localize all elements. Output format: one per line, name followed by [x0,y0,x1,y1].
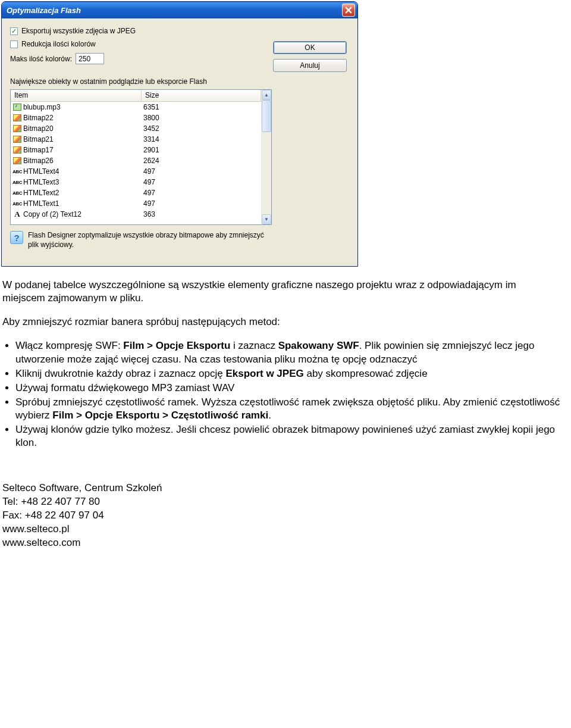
font-icon: A [14,210,20,219]
help-icon: ? [10,231,23,244]
ok-button[interactable]: OK [273,41,347,54]
item-name: Bitmap17 [23,146,142,154]
list-item[interactable]: Bitmap213314 [11,134,261,145]
export-jpeg-row: ✓ Eksportuj wszystkie zdjęcia w JPEG [10,27,350,35]
max-colors-input[interactable] [76,53,104,64]
list-item[interactable]: Bitmap203452 [11,123,261,134]
abc-icon: ABC [12,201,22,207]
objects-listbox: Item Size blubup.mp36351Bitmap223800Bitm… [10,89,272,225]
list-item[interactable]: ABCHTMLText1497 [11,198,261,209]
list-item[interactable]: blubup.mp36351 [11,102,261,113]
reduce-colors-label: Redukcja ilości kolorów [21,40,96,48]
scroll-thumb[interactable] [262,100,271,132]
dialog-buttons: OK Anuluj [273,41,347,72]
bitmap-icon [13,146,21,154]
item-size: 2624 [142,157,261,165]
bullet-2: Kliknij dwukrotnie każdy obraz i zaznacz… [15,367,561,380]
item-size: 6351 [142,103,261,111]
hint-row: ? Flash Designer zoptymalizuje wszystkie… [10,231,272,249]
bitmap-icon [13,114,21,121]
list-item[interactable]: ABCHTMLText3497 [11,177,261,188]
item-name: Bitmap21 [23,135,142,143]
abc-icon: ABC [12,169,22,174]
max-colors-label: Maks ilość kolorów: [10,55,72,63]
article-bullets: Włącz kompresję SWF: Film > Opcje Ekspor… [15,339,561,449]
item-size: 3314 [142,135,261,143]
footer-line-4: www.selteco.pl [2,523,571,536]
item-size: 497 [142,189,261,197]
item-name: Bitmap22 [23,114,142,122]
dialog-body: OK Anuluj ✓ Eksportuj wszystkie zdjęcia … [2,18,357,254]
item-size: 363 [142,210,261,218]
close-button[interactable] [342,4,355,17]
bitmap-icon [13,157,21,164]
item-name: Bitmap20 [23,124,142,133]
hint-text: Flash Designer zoptymalizuje wszystkie o… [28,231,272,249]
abc-icon: ABC [12,180,22,185]
item-name: HTMLText3 [23,178,142,186]
close-icon [345,7,352,14]
column-item[interactable]: Item [11,90,142,101]
footer: Selteco Software, Centrum Szkoleń Tel: +… [0,482,571,550]
flash-optimization-dialog: Optymalizacja Flash OK Anuluj ✓ Eksportu… [1,1,358,267]
bitmap-icon [13,136,21,143]
item-name: blubup.mp3 [23,103,142,111]
footer-line-1: Selteco Software, Centrum Szkoleń [2,482,571,495]
dialog-title: Optymalizacja Flash [7,6,342,15]
item-name: HTMLText2 [23,189,142,197]
footer-line-2: Tel: +48 22 407 77 80 [2,495,571,509]
section-label: Największe obiekty w ostatnim podglądzie… [10,77,350,86]
scroll-down-button[interactable]: ▼ [262,214,271,224]
scroll-track[interactable] [262,100,271,214]
article-p2: Aby zmniejszyć rozmiar banera spróbuj na… [2,315,561,329]
reduce-colors-checkbox[interactable] [10,40,18,48]
item-size: 497 [142,199,261,208]
list-header[interactable]: Item Size [11,90,261,102]
list-item[interactable]: Bitmap262624 [11,155,261,166]
bullet-5: Używaj klonów gdzie tylko możesz. Jeśli … [15,423,561,449]
scrollbar[interactable]: ▲ ▼ [261,90,271,224]
item-size: 3800 [142,114,261,122]
article-body: W podanej tabelce wyszczególnione są wsz… [0,279,571,482]
export-jpeg-checkbox[interactable]: ✓ [10,27,18,35]
dialog-titlebar[interactable]: Optymalizacja Flash [2,2,357,18]
scroll-up-button[interactable]: ▲ [262,90,271,100]
list-item[interactable]: ACopy of (2) Text12363 [11,209,261,220]
list-item[interactable]: ABCHTMLText4497 [11,166,261,177]
list-item[interactable]: ABCHTMLText2497 [11,188,261,198]
item-name: HTMLText4 [23,167,142,176]
column-size[interactable]: Size [142,90,261,101]
list-item[interactable]: Bitmap223800 [11,113,261,123]
cancel-button[interactable]: Anuluj [273,59,347,72]
footer-line-3: Fax: +48 22 407 97 04 [2,509,571,523]
item-name: HTMLText1 [23,199,142,208]
list-item[interactable]: Bitmap172901 [11,145,261,155]
item-name: Bitmap26 [23,157,142,165]
export-jpeg-label: Eksportuj wszystkie zdjęcia w JPEG [21,27,136,35]
bullet-4: Spróbuj zmniejszyć częstotliwość ramek. … [15,396,561,422]
item-size: 3452 [142,124,261,133]
item-name: Copy of (2) Text12 [23,210,142,218]
sound-icon [13,104,21,111]
item-size: 497 [142,178,261,186]
footer-line-5: www.selteco.com [2,536,571,550]
item-size: 2901 [142,146,261,154]
bullet-3: Używaj formatu dźwiękowego MP3 zamiast W… [15,382,561,395]
item-size: 497 [142,167,261,176]
list-rows: blubup.mp36351Bitmap223800Bitmap203452Bi… [11,102,261,220]
abc-icon: ABC [12,190,22,196]
article-p1: W podanej tabelce wyszczególnione są wsz… [2,279,561,305]
bullet-1: Włącz kompresję SWF: Film > Opcje Ekspor… [15,339,561,365]
bitmap-icon [13,125,21,132]
list-content: Item Size blubup.mp36351Bitmap223800Bitm… [11,90,261,224]
